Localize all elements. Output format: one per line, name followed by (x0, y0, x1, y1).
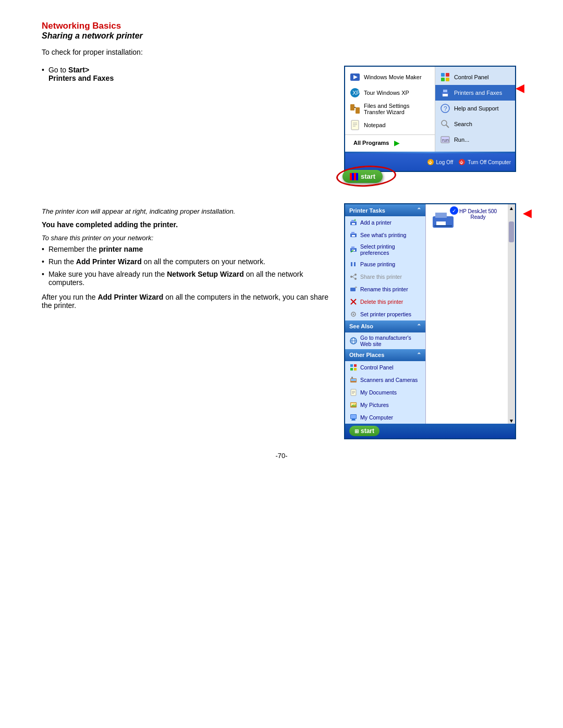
page-title-red: Networking Basics (42, 21, 521, 31)
svg-rect-11 (446, 73, 449, 77)
first-bullet: • Go to Start> Printers and Faxes (42, 66, 332, 82)
task-rename-printer[interactable]: Rename this printer (345, 283, 425, 295)
menu-item-notepad[interactable]: Notepad (345, 117, 435, 133)
intro-text: To check for proper installation: (42, 48, 521, 56)
menu-item-search[interactable]: Search (435, 116, 515, 132)
scroll-down-arrow[interactable]: ▼ (509, 418, 514, 424)
svg-rect-16 (443, 94, 448, 96)
other-places-header: Other Places ⌃ (345, 349, 425, 361)
svg-rect-76 (436, 221, 446, 226)
printer-tasks-header: Printer Tasks ⌃ (345, 204, 425, 216)
menu-item-help[interactable]: ? Help and Support (435, 101, 515, 116)
svg-rect-38 (351, 262, 352, 266)
svg-point-51 (353, 314, 354, 315)
svg-rect-29 (352, 223, 355, 225)
svg-rect-61 (351, 377, 353, 378)
svg-rect-77 (434, 225, 452, 227)
windows-flag-icon (350, 173, 358, 180)
menu-item-run[interactable]: run Run... (435, 132, 515, 147)
xp-sidebar: Printer Tasks ⌃ + Add a printer (345, 204, 426, 424)
lower-two-col: The printer icon will appear at right, i… (42, 203, 521, 439)
help-icon: ? (439, 103, 451, 114)
svg-rect-6 (351, 120, 359, 130)
see-also-header: See Also ⌃ (345, 320, 425, 332)
menu-item-all-programs[interactable]: All Programs ▶ (345, 137, 435, 149)
italic-note: The printer icon will appear at right, i… (42, 207, 332, 215)
page-container: Networking Basics Sharing a network prin… (42, 21, 521, 460)
printer-name-label: HP DeskJet 500 (459, 208, 497, 214)
svg-line-44 (352, 277, 354, 278)
see-also-web[interactable]: Go to manufacturer's Web site (345, 332, 425, 349)
svg-text:⏻: ⏻ (460, 161, 463, 164)
svg-point-40 (350, 276, 352, 278)
turnoff-btn[interactable]: ⏻ Turn Off Computer (458, 158, 511, 166)
printers-faxes-icon (439, 87, 451, 98)
svg-point-19 (442, 120, 447, 126)
my-pictures-icon (349, 401, 358, 409)
windows-flag-icon-bottom: ⊞ (354, 428, 359, 434)
bullet-3: • Make sure you have already run the Net… (42, 270, 332, 287)
svg-rect-5 (356, 107, 360, 114)
logoff-btn[interactable]: ⏻ Log Off (427, 158, 454, 166)
svg-rect-58 (354, 368, 357, 371)
control-panel-icon (439, 71, 451, 83)
svg-rect-4 (350, 104, 354, 110)
task-see-printing[interactable]: See what's printing (345, 229, 425, 241)
menu-item-control-panel[interactable]: Control Panel (435, 69, 515, 85)
svg-line-20 (446, 125, 449, 128)
task-set-properties[interactable]: Set printer properties (345, 308, 425, 320)
xp-menu-right: Control Panel Printers and Faxes ? (435, 67, 515, 152)
task-delete-printer[interactable]: Delete this printer (345, 295, 425, 308)
svg-rect-60 (351, 379, 356, 381)
other-my-pictures[interactable]: My Pictures (345, 399, 425, 411)
task-add-printer[interactable]: + Add a printer (345, 216, 425, 229)
xp-printer-panel: Printer Tasks ⌃ + Add a printer (344, 203, 516, 439)
svg-rect-10 (441, 73, 445, 77)
task-share-printer[interactable]: Share this printer (345, 270, 425, 283)
svg-rect-15 (443, 90, 447, 92)
other-my-documents[interactable]: My Documents (345, 386, 425, 399)
svg-rect-33 (352, 235, 355, 237)
go-to-label: Go to (48, 66, 68, 74)
go-to-bold: Start> (68, 66, 89, 74)
task-select-printing[interactable]: Select printing preferences (345, 241, 425, 258)
svg-rect-39 (354, 262, 356, 266)
add-printer-icon: + (349, 218, 358, 227)
scroll-up-arrow[interactable]: ▲ (509, 205, 514, 211)
start-button-bottom[interactable]: ⊞ start (349, 426, 380, 436)
svg-rect-75 (435, 213, 447, 218)
two-col-layout: • Go to Start> Printers and Faxes ◀ (42, 66, 521, 194)
after-bold: Add Printer Wizard (97, 293, 163, 301)
xp-menu-left: Windows Movie Maker XP Tour Windows XP (345, 67, 435, 152)
other-control-panel[interactable]: Control Panel (345, 361, 425, 374)
set-properties-icon (349, 310, 358, 318)
menu-item-movie-maker[interactable]: Windows Movie Maker (345, 69, 435, 85)
task-pause-printing[interactable]: Pause printing (345, 258, 425, 270)
xp-menu-body: Windows Movie Maker XP Tour Windows XP (345, 67, 515, 152)
other-my-computer[interactable]: My Computer (345, 411, 425, 424)
red-arrow-2: ◀ (523, 206, 532, 220)
svg-text:run: run (442, 138, 449, 143)
menu-item-tour-xp[interactable]: XP Tour Windows XP (345, 85, 435, 101)
menu-item-printers-faxes[interactable]: Printers and Faxes (435, 85, 515, 101)
select-printing-icon (349, 245, 358, 254)
other-scanners[interactable]: Scanners and Cameras (345, 374, 425, 386)
printer-status-label: Ready (459, 214, 497, 220)
svg-rect-57 (350, 368, 353, 371)
svg-text:?: ? (444, 105, 447, 113)
svg-rect-12 (441, 78, 445, 81)
svg-rect-32 (351, 232, 354, 234)
xp-start-menu-window: ◀ Windows Movie Maker (344, 66, 516, 172)
search-icon (439, 118, 451, 130)
start-button[interactable]: start (342, 170, 383, 183)
transfer-icon (349, 103, 361, 115)
menu-item-transfer[interactable]: Files and Settings Transfer Wizard (345, 101, 435, 117)
checkmark-badge: ✓ (450, 206, 458, 215)
start-label: start (361, 172, 375, 180)
xp-scrollbar[interactable]: ▲ ▼ (508, 204, 515, 424)
scroll-thumb[interactable] (509, 221, 514, 242)
xp-panel-content: Printer Tasks ⌃ + Add a printer (345, 204, 515, 424)
svg-text:⏻: ⏻ (429, 161, 432, 164)
start-button-area: start (342, 170, 383, 183)
other-control-panel-icon (349, 363, 358, 372)
